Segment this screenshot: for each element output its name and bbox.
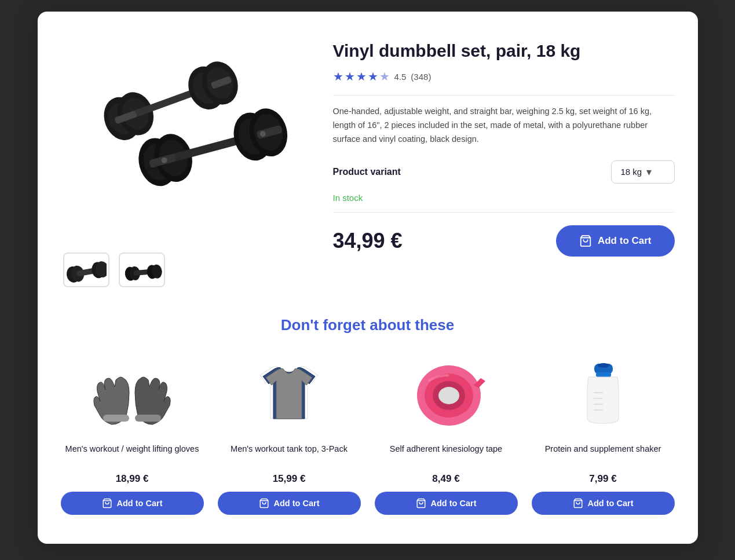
related-price-1: 15,99 € bbox=[273, 473, 306, 485]
add-to-cart-button[interactable]: Add to Cart bbox=[556, 225, 675, 257]
cart-icon bbox=[579, 235, 592, 247]
related-name-0: Men's workout / weight lifting gloves bbox=[65, 443, 199, 466]
shaker-svg bbox=[562, 361, 643, 430]
related-card-2: Self adherent kinesiology tape 8,49 € Ad… bbox=[375, 355, 518, 515]
related-products-grid: Men's workout / weight lifting gloves 18… bbox=[61, 355, 675, 515]
gloves-svg bbox=[92, 361, 173, 430]
product-title: Vinyl dumbbell set, pair, 18 kg bbox=[333, 41, 675, 61]
star-1: ★ bbox=[333, 69, 343, 83]
variant-select[interactable]: 18 kg ▾ bbox=[611, 160, 675, 184]
related-products-section: Don't forget about these bbox=[61, 316, 675, 515]
tanktop-svg bbox=[248, 361, 330, 430]
main-product-image bbox=[61, 35, 304, 243]
related-cart-label-1: Add to Cart bbox=[274, 499, 320, 508]
cart-icon-small-3 bbox=[573, 498, 583, 508]
thumbnail-row bbox=[61, 252, 304, 287]
product-description: One-handed, adjustable weight, and strai… bbox=[333, 105, 675, 147]
related-cart-label-3: Add to Cart bbox=[588, 499, 634, 508]
related-price-0: 18,99 € bbox=[116, 473, 149, 485]
related-price-2: 8,49 € bbox=[432, 473, 459, 485]
thumbnail-2[interactable] bbox=[119, 252, 165, 287]
star-rating: ★ ★ ★ ★ ★ bbox=[333, 69, 390, 83]
svg-rect-35 bbox=[135, 415, 161, 422]
rating-count: (348) bbox=[411, 72, 431, 82]
product-page: Vinyl dumbbell set, pair, 18 kg ★ ★ ★ ★ … bbox=[38, 12, 698, 544]
related-section-title: Don't forget about these bbox=[61, 316, 675, 334]
related-price-3: 7,99 € bbox=[589, 473, 616, 485]
dumbbell-main-svg bbox=[72, 46, 292, 232]
divider-1 bbox=[333, 95, 675, 96]
star-3: ★ bbox=[356, 69, 367, 83]
related-image-1 bbox=[243, 355, 335, 436]
add-to-cart-label: Add to Cart bbox=[598, 235, 652, 247]
related-name-3: Protein and supplement shaker bbox=[545, 443, 661, 466]
divider-2 bbox=[333, 212, 675, 213]
related-add-to-cart-2[interactable]: Add to Cart bbox=[375, 492, 518, 515]
price-cart-row: 34,99 € Add to Cart bbox=[333, 225, 675, 257]
related-image-3 bbox=[557, 355, 649, 436]
related-cart-label-0: Add to Cart bbox=[117, 499, 163, 508]
product-info: Vinyl dumbbell set, pair, 18 kg ★ ★ ★ ★ … bbox=[333, 35, 675, 257]
rating-row: ★ ★ ★ ★ ★ 4.5 (348) bbox=[333, 69, 675, 83]
star-5-half: ★ bbox=[379, 69, 390, 83]
related-cart-label-2: Add to Cart bbox=[431, 499, 477, 508]
star-2: ★ bbox=[345, 69, 355, 83]
related-add-to-cart-0[interactable]: Add to Cart bbox=[61, 492, 204, 515]
related-card-0: Men's workout / weight lifting gloves 18… bbox=[61, 355, 204, 515]
related-name-1: Men's workout tank top, 3-Pack bbox=[231, 443, 348, 466]
cart-icon-small-1 bbox=[259, 498, 269, 508]
cart-icon-small-0 bbox=[102, 498, 112, 508]
related-add-to-cart-3[interactable]: Add to Cart bbox=[532, 492, 675, 515]
chevron-down-icon: ▾ bbox=[646, 166, 652, 178]
related-add-to-cart-1[interactable]: Add to Cart bbox=[218, 492, 361, 515]
thumbnail-1[interactable] bbox=[63, 252, 109, 287]
variant-selected-value: 18 kg bbox=[621, 167, 642, 177]
related-card-3: Protein and supplement shaker 7,99 € Add… bbox=[532, 355, 675, 515]
related-image-2 bbox=[400, 355, 492, 436]
svg-point-42 bbox=[438, 387, 459, 404]
product-images bbox=[61, 35, 304, 287]
cart-icon-small-2 bbox=[416, 498, 426, 508]
svg-rect-36 bbox=[103, 415, 129, 422]
related-card-1: Men's workout tank top, 3-Pack 15,99 € A… bbox=[218, 355, 361, 515]
variant-row: Product variant 18 kg ▾ bbox=[333, 160, 675, 184]
tape-svg bbox=[405, 361, 487, 430]
related-image-0 bbox=[86, 355, 178, 436]
rating-value: 4.5 bbox=[394, 72, 407, 82]
star-4: ★ bbox=[368, 69, 378, 83]
variant-label: Product variant bbox=[333, 167, 401, 177]
svg-point-50 bbox=[598, 363, 609, 368]
product-detail-section: Vinyl dumbbell set, pair, 18 kg ★ ★ ★ ★ … bbox=[61, 35, 675, 287]
stock-status: In stock bbox=[333, 193, 675, 203]
product-price: 34,99 € bbox=[333, 229, 403, 253]
svg-rect-45 bbox=[596, 372, 611, 377]
related-name-2: Self adherent kinesiology tape bbox=[390, 443, 502, 466]
